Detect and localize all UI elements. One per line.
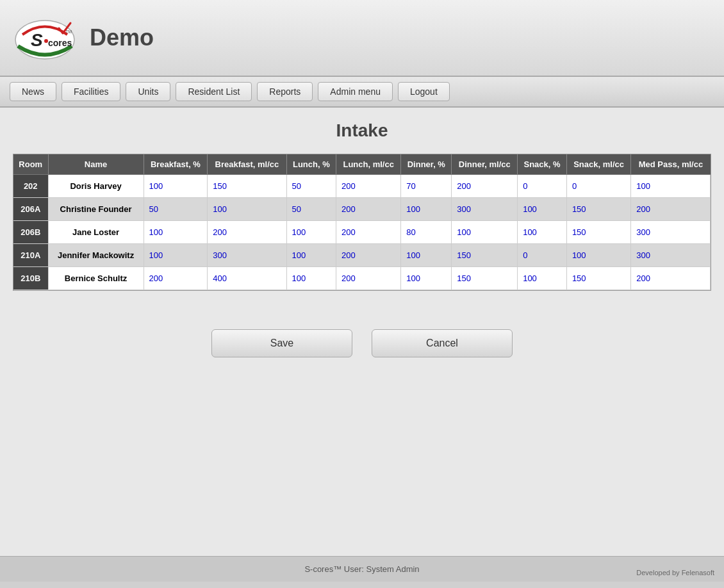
table-cell: 202: [13, 175, 48, 198]
table-cell: 0: [518, 175, 567, 198]
table-cell: 100: [401, 244, 452, 267]
nav-logout[interactable]: Logout: [398, 82, 450, 101]
table-row: 210AJennifer Mackowitz100300100200100150…: [13, 244, 711, 267]
table-cell: 200: [336, 198, 401, 221]
col-lunch-ml: Lunch, ml/cc: [336, 154, 401, 175]
footer-user-label: User:: [344, 564, 364, 574]
table-row: 206BJane Loster1002001002008010010015030…: [13, 221, 711, 244]
table-cell: 206B: [13, 221, 48, 244]
table-cell: 100: [144, 221, 208, 244]
col-snack-pct: Snack, %: [518, 154, 567, 175]
table-row: 202Doris Harvey100150502007020000100: [13, 175, 711, 198]
table-cell: Jennifer Mackowitz: [48, 244, 144, 267]
nav-reports[interactable]: Reports: [257, 82, 313, 101]
table-cell: 100: [401, 267, 452, 290]
table-cell: 300: [631, 244, 711, 267]
table-cell: 150: [208, 175, 286, 198]
col-dinner-ml: Dinner, ml/cc: [452, 154, 518, 175]
table-cell: 150: [566, 267, 630, 290]
main-content: Intake Room Name Breakfast, % Breakfast,…: [0, 108, 724, 556]
table-cell: Christine Founder: [48, 198, 144, 221]
col-snack-ml: Snack, ml/cc: [566, 154, 630, 175]
table-cell: 150: [566, 221, 630, 244]
col-room: Room: [13, 154, 48, 175]
table-cell: 0: [518, 244, 567, 267]
nav-facilities[interactable]: Facilities: [62, 82, 120, 101]
table-cell: 100: [286, 267, 336, 290]
nav-news[interactable]: News: [10, 82, 56, 101]
table-row: 206AChristine Founder5010050200100300100…: [13, 198, 711, 221]
page-title: Intake: [13, 120, 711, 141]
svg-text:cores: cores: [48, 38, 72, 48]
table-cell: 100: [286, 244, 336, 267]
table-cell: 100: [401, 198, 452, 221]
intake-table-container[interactable]: Room Name Breakfast, % Breakfast, ml/cc …: [13, 154, 711, 291]
table-row: 210BBernice Schultz200400100200100150100…: [13, 267, 711, 290]
table-cell: Doris Harvey: [48, 175, 144, 198]
table-cell: 150: [452, 267, 518, 290]
nav-admin-menu[interactable]: Admin menu: [318, 82, 393, 101]
cancel-button[interactable]: Cancel: [372, 329, 513, 357]
table-cell: 70: [401, 175, 452, 198]
table-cell: 206A: [13, 198, 48, 221]
table-cell: 200: [208, 221, 286, 244]
table-cell: 300: [452, 198, 518, 221]
table-cell: 100: [144, 244, 208, 267]
col-dinner-pct: Dinner, %: [401, 154, 452, 175]
table-cell: 200: [336, 175, 401, 198]
col-lunch-pct: Lunch, %: [286, 154, 336, 175]
table-cell: 200: [336, 267, 401, 290]
table-cell: 0: [566, 175, 630, 198]
table-cell: 200: [144, 267, 208, 290]
table-cell: 300: [631, 221, 711, 244]
header: S cores TM Demo: [0, 0, 724, 77]
col-med-pass: Med Pass, ml/cc: [631, 154, 711, 175]
table-cell: 100: [144, 175, 208, 198]
table-cell: 200: [631, 198, 711, 221]
col-breakfast-pct: Breakfast, %: [144, 154, 208, 175]
table-cell: 200: [336, 244, 401, 267]
table-cell: 200: [631, 267, 711, 290]
table-cell: 100: [518, 221, 567, 244]
table-cell: 150: [566, 198, 630, 221]
table-cell: 100: [452, 221, 518, 244]
table-cell: 150: [452, 244, 518, 267]
footer-developer: Developed by Felenasoft: [636, 569, 714, 576]
table-cell: 210B: [13, 267, 48, 290]
footer-brand: S-cores™: [304, 564, 341, 574]
save-button[interactable]: Save: [211, 329, 352, 357]
action-buttons: Save Cancel: [13, 329, 711, 357]
svg-text:S: S: [31, 30, 43, 50]
footer: S-cores™ User: System Admin Developed by…: [0, 556, 724, 582]
table-cell: 80: [401, 221, 452, 244]
nav-resident-list[interactable]: Resident List: [176, 82, 252, 101]
table-cell: 200: [452, 175, 518, 198]
scores-logo: S cores TM: [13, 15, 77, 60]
intake-table: Room Name Breakfast, % Breakfast, ml/cc …: [13, 154, 711, 290]
col-breakfast-ml: Breakfast, ml/cc: [208, 154, 286, 175]
table-cell: 210A: [13, 244, 48, 267]
table-header-row: Room Name Breakfast, % Breakfast, ml/cc …: [13, 154, 711, 175]
col-name: Name: [48, 154, 144, 175]
logo-area: S cores TM Demo: [13, 15, 154, 60]
table-cell: 100: [286, 221, 336, 244]
table-cell: Bernice Schultz: [48, 267, 144, 290]
nav-units[interactable]: Units: [126, 82, 170, 101]
table-cell: 50: [286, 175, 336, 198]
table-cell: 100: [208, 198, 286, 221]
table-cell: 50: [144, 198, 208, 221]
table-cell: Jane Loster: [48, 221, 144, 244]
footer-username: System Admin: [366, 564, 420, 574]
table-cell: 200: [336, 221, 401, 244]
table-cell: 100: [631, 175, 711, 198]
table-cell: 100: [566, 244, 630, 267]
app-title: Demo: [90, 24, 154, 51]
table-cell: 100: [518, 198, 567, 221]
table-cell: 100: [518, 267, 567, 290]
table-cell: 300: [208, 244, 286, 267]
table-cell: 50: [286, 198, 336, 221]
navbar: News Facilities Units Resident List Repo…: [0, 77, 724, 108]
table-cell: 400: [208, 267, 286, 290]
